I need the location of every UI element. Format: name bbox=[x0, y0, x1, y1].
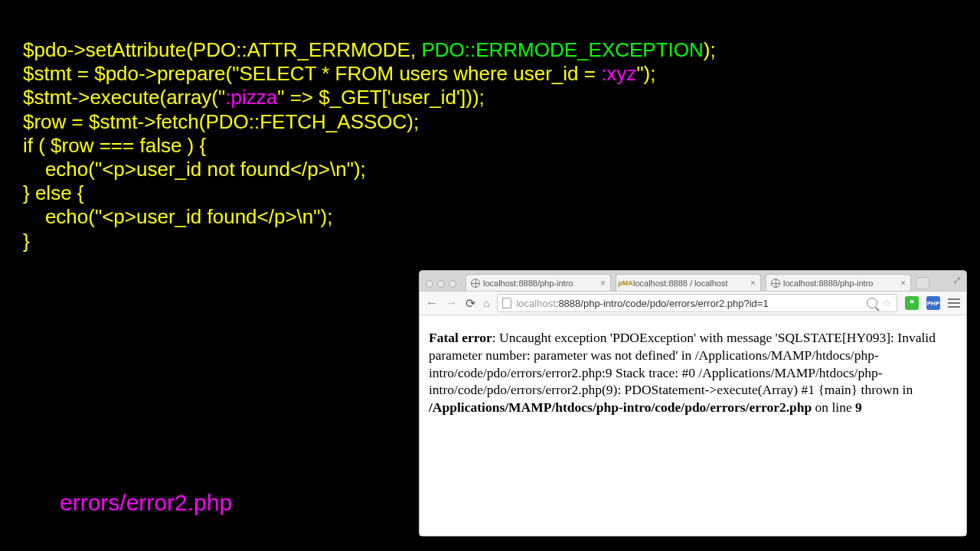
close-icon[interactable]: × bbox=[600, 278, 606, 289]
maximize-window-icon[interactable] bbox=[449, 280, 456, 288]
code-line-3: $stmt->execute(array(":pizza" => $_GET['… bbox=[23, 86, 485, 109]
page-icon bbox=[502, 298, 511, 308]
phpmyadmin-icon: pMA bbox=[621, 279, 630, 288]
new-tab-button[interactable] bbox=[916, 277, 929, 289]
window-controls[interactable] bbox=[424, 280, 461, 291]
forward-button[interactable]: → bbox=[446, 296, 458, 310]
url-text: localhost:8888/php-intro/code/pdo/errors… bbox=[516, 298, 768, 309]
back-button[interactable]: ← bbox=[426, 296, 438, 310]
tab-strip: localhost:8888/php-intro × pMA localhost… bbox=[420, 271, 966, 291]
globe-icon bbox=[771, 279, 780, 288]
browser-toolbar: ← → ⟳ ⌂ localhost:8888/php-intro/code/pd… bbox=[420, 291, 966, 315]
tab-label: localhost:8888 / localhost bbox=[633, 279, 747, 288]
close-icon[interactable]: × bbox=[750, 278, 756, 289]
code-line-6: echo("<p>user_id not found</p>\n"); bbox=[23, 158, 366, 181]
globe-icon bbox=[471, 279, 480, 288]
code-block: $pdo->setAttribute(PDO::ATTR_ERRMODE, PD… bbox=[23, 38, 716, 253]
code-line-4: $row = $stmt->fetch(PDO::FETCH_ASSOC); bbox=[23, 110, 419, 133]
code-line-7: } else { bbox=[23, 181, 84, 204]
tab-3[interactable]: localhost:8888/php-intro × bbox=[766, 274, 911, 291]
tab-label: localhost:8888/php-intro bbox=[783, 279, 897, 288]
tab-label: localhost:8888/php-intro bbox=[483, 279, 597, 288]
reload-button[interactable]: ⟳ bbox=[466, 296, 475, 311]
bookmark-star-icon[interactable]: ☆ bbox=[882, 297, 892, 309]
filename-label: errors/error2.php bbox=[60, 490, 232, 516]
tab-2[interactable]: pMA localhost:8888 / localhost × bbox=[616, 274, 761, 291]
code-line-2: $stmt = $pdo->prepare("SELECT * FROM use… bbox=[23, 62, 656, 85]
close-window-icon[interactable] bbox=[426, 280, 433, 288]
extension-icon[interactable]: PHP bbox=[926, 296, 940, 310]
address-bar[interactable]: localhost:8888/php-intro/code/pdo/errors… bbox=[497, 294, 897, 312]
menu-icon[interactable] bbox=[948, 298, 960, 308]
minimize-window-icon[interactable] bbox=[437, 280, 445, 288]
page-viewport: Fatal error: Uncaught exception 'PDOExce… bbox=[420, 315, 966, 536]
extension-icon[interactable]: ❝ bbox=[905, 296, 919, 310]
browser-window: localhost:8888/php-intro × pMA localhost… bbox=[420, 271, 966, 536]
php-fatal-error: Fatal error: Uncaught exception 'PDOExce… bbox=[429, 329, 957, 416]
code-line-9: } bbox=[23, 230, 30, 253]
expand-icon[interactable]: ⤢ bbox=[952, 274, 962, 286]
search-icon[interactable] bbox=[867, 298, 877, 308]
tab-1[interactable]: localhost:8888/php-intro × bbox=[466, 274, 611, 291]
code-line-5: if ( $row === false ) { bbox=[23, 134, 206, 157]
code-line-8: echo("<p>user_id found</p>\n"); bbox=[23, 205, 332, 228]
code-line-1: $pdo->setAttribute(PDO::ATTR_ERRMODE, PD… bbox=[23, 38, 716, 61]
home-button[interactable]: ⌂ bbox=[483, 297, 489, 309]
close-icon[interactable]: × bbox=[900, 278, 906, 289]
